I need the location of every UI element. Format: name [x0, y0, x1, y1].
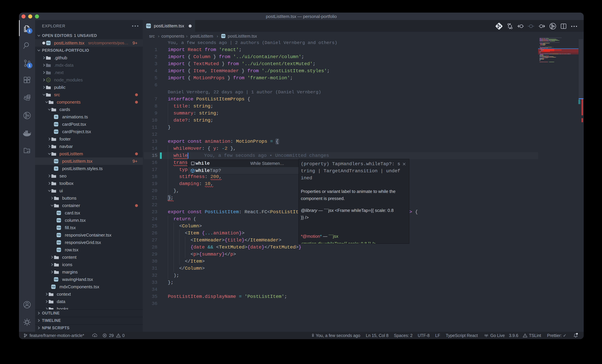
svg-text:JS: JS	[47, 79, 50, 81]
